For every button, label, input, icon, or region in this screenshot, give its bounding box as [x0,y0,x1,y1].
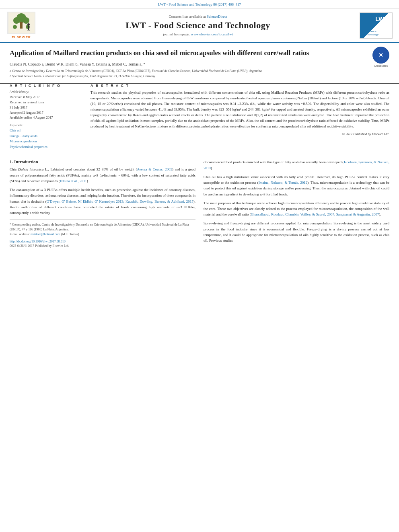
svg-point-3 [23,17,29,24]
lwt-logo: LWT- Food Scienceand Technology [360,12,393,39]
ref-ixtaina2011[interactable]: Ixtaina et al., 2011 [60,179,87,183]
lwt-logo-box: LWT- Food Scienceand Technology [356,12,393,39]
history-label: Article history: [10,90,84,94]
keywords-block: Keywords: Chia oil Omega-3 fatty acids M… [10,123,84,150]
body-right-col: of commercial food products enriched wit… [204,159,389,248]
body-para-2: The consumption of ω-3 PUFAs offers mult… [10,187,195,216]
received-date: Received 8 May 2017 [10,94,84,100]
affiliation-b: b Spectral Service GmbH Laboratorium für… [10,74,368,78]
article-main: Application of Maillard reaction product… [0,43,399,84]
ref-odwyer[interactable]: O'Dwyer, O' Beirne, Ní Eidhin, O' Kenned… [47,199,193,203]
abstract-panel: A B S T R A C T This research studies th… [90,84,389,150]
crossmark-icon [372,47,389,64]
journal-ref-link[interactable]: LWT - Food Science and Technology 86 (20… [158,2,241,6]
footnote-email-line: E-mail address: mahtom@hotmail.com (M.C.… [10,232,195,237]
abstract-text: This research studies the physical prope… [90,90,389,129]
revised-label: Received in revised form [10,100,84,105]
ref-ayerza[interactable]: Ayerza & Coates, 2005 [137,167,172,171]
section1-heading: 1. Introduction [10,159,195,164]
copyright-line: © 2017 Published by Elsevier Ltd. [90,132,389,136]
doi-line: http://dx.doi.org/10.1016/j.lwt.2017.08.… [10,239,195,243]
journal-header: ELSEVIER Contents lists available at Sci… [0,8,399,43]
issn-line: 0023-6438/© 2017 Published by Elsevier L… [10,244,195,248]
sciencedirect-link[interactable]: ScienceDirect [207,14,227,18]
accepted-date: Accepted 2 August 2017 [10,110,84,115]
body-para-3: of commercial food products enriched wit… [204,159,389,170]
body-para-1: Chia (Salvia hispanica L., Labiatae) see… [10,166,195,184]
footnote-section: * Corresponding author. Centro de Invest… [10,220,195,248]
keywords-label: Keywords: [10,123,84,127]
keyword-3: Microencapsulation [10,139,84,144]
body-para-5: The main purposes of this technique are … [204,200,389,218]
doi-link[interactable]: http://dx.doi.org/10.1016/j.lwt.2017.08.… [10,240,66,243]
journal-header-center: Contents lists available at ScienceDirec… [43,12,352,39]
authors: Claudia N. Copado a, Bernd W.K. Diehl b,… [10,62,368,66]
article-info-abstract: A R T I C L E I N F O Article history: R… [0,84,399,155]
abstract-heading: A B S T R A C T [90,84,389,88]
crossmark-logo: CrossMark [372,47,389,64]
elsevier-tree-image [7,12,35,34]
journal-homepage-link[interactable]: www.elsevier.com/locate/lwt [191,32,233,36]
svg-rect-4 [20,22,23,29]
available-date: Available online 4 August 2017 [10,115,84,120]
journal-homepage: journal homepage: www.elsevier.com/locat… [163,32,233,36]
keyword-1: Chia oil [10,128,84,134]
svg-point-2 [13,17,20,24]
ref-jacobsen[interactable]: Jacobsen, Sørensen, & Nielsen, 2013 [204,160,389,170]
svg-point-7 [27,23,30,26]
article-title: Application of Maillard reaction product… [10,49,339,58]
top-bar: LWT - Food Science and Technology 86 (20… [0,0,399,8]
body-para-6: Spray-drying and freeze-drying are diffe… [204,220,389,243]
svg-rect-8 [28,26,29,29]
body-two-col: 1. Introduction Chia (Salvia hispanica L… [10,159,389,248]
ref-ixtaina2012[interactable]: Ixtaina, Nolasco, & Tomás, 2012 [259,181,308,185]
lwt-logo-sub: Food Scienceand Technology [362,30,378,37]
keyword-4: Physicochemical properties [10,144,84,150]
article-history-block: Article history: Received 8 May 2017 Rec… [10,90,84,120]
elsevier-logo: ELSEVIER [3,12,39,39]
footnote-email-link[interactable]: mahtom@hotmail.com [31,232,60,236]
journal-title: LWT - Food Science and Technology [125,20,270,31]
footnote-text: * Corresponding author. Centro de Invest… [10,222,195,232]
article-info-heading: A R T I C L E I N F O [10,84,84,88]
svg-point-5 [13,25,17,29]
affiliation-a: a Centro de Investigación y Desarrollo e… [10,69,368,73]
body-para-4: Chia oil has a high nutritional value as… [204,174,389,197]
body-section: 1. Introduction Chia (Salvia hispanica L… [0,155,399,252]
body-left-col: 1. Introduction Chia (Salvia hispanica L… [10,159,195,248]
keyword-2: Omega-3 fatty acids [10,134,84,139]
sciencedirect-label: Contents lists available at ScienceDirec… [169,14,227,18]
revised-date: 31 July 2017 [10,105,84,110]
elsevier-label: ELSEVIER [12,35,31,39]
article-info-panel: A R T I C L E I N F O Article history: R… [10,84,84,150]
lwt-logo-text: LWT- [376,14,391,22]
ref-gharsallaoui[interactable]: Gharsallaoui, Roudaut, Chambin, Voilley,… [251,212,379,216]
